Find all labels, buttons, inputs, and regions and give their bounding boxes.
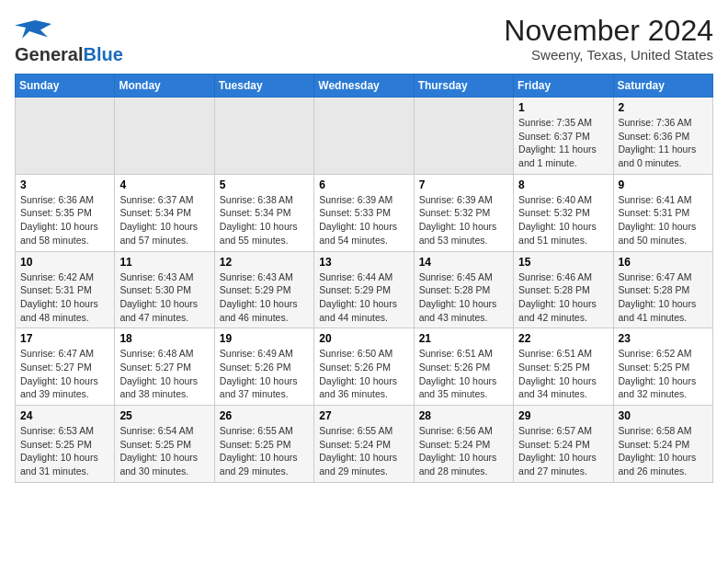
calendar-cell: 25Sunrise: 6:54 AM Sunset: 5:25 PM Dayli… [115,406,214,483]
day-number: 8 [518,178,608,191]
calendar-cell: 16Sunrise: 6:47 AM Sunset: 5:28 PM Dayli… [613,251,712,328]
calendar-cell: 26Sunrise: 6:55 AM Sunset: 5:25 PM Dayli… [214,406,313,483]
day-info: Sunrise: 6:55 AM Sunset: 5:24 PM Dayligh… [319,424,408,478]
day-info: Sunrise: 6:47 AM Sunset: 5:28 PM Dayligh… [619,270,708,325]
day-number: 21 [419,332,508,345]
calendar-cell: 30Sunrise: 6:58 AM Sunset: 5:24 PM Dayli… [613,406,712,483]
calendar-title-block: November 2024 Sweeny, Texas, United Stat… [504,15,713,63]
day-info: Sunrise: 6:40 AM Sunset: 5:32 PM Dayligh… [518,193,608,247]
calendar-week-3: 10Sunrise: 6:42 AM Sunset: 5:31 PM Dayli… [16,251,713,328]
day-info: Sunrise: 6:45 AM Sunset: 5:28 PM Dayligh… [419,270,508,325]
calendar-month-year: November 2024 [504,15,713,47]
calendar-cell: 7Sunrise: 6:39 AM Sunset: 5:32 PM Daylig… [414,174,513,251]
day-info: Sunrise: 6:37 AM Sunset: 5:34 PM Dayligh… [119,193,209,247]
calendar-cell: 27Sunrise: 6:55 AM Sunset: 5:24 PM Dayli… [314,406,414,483]
day-number: 14 [419,256,508,269]
calendar-cell: 19Sunrise: 6:49 AM Sunset: 5:26 PM Dayli… [214,328,313,406]
day-number: 11 [119,256,209,269]
day-info: Sunrise: 7:35 AM Sunset: 6:37 PM Dayligh… [518,116,608,170]
day-number: 27 [319,409,408,422]
day-info: Sunrise: 6:38 AM Sunset: 5:34 PM Dayligh… [220,193,309,247]
calendar-cell: 5Sunrise: 6:38 AM Sunset: 5:34 PM Daylig… [214,174,313,251]
day-info: Sunrise: 6:39 AM Sunset: 5:33 PM Dayligh… [319,193,408,247]
calendar-cell: 2Sunrise: 7:36 AM Sunset: 6:36 PM Daylig… [613,98,712,175]
calendar-cell: 9Sunrise: 6:41 AM Sunset: 5:31 PM Daylig… [613,174,712,251]
calendar-cell: 29Sunrise: 6:57 AM Sunset: 5:24 PM Dayli… [514,406,613,483]
day-number: 3 [20,178,109,191]
calendar-cell: 23Sunrise: 6:52 AM Sunset: 5:25 PM Dayli… [613,328,712,406]
day-info: Sunrise: 6:50 AM Sunset: 5:26 PM Dayligh… [319,347,408,401]
calendar-week-1: 1Sunrise: 7:35 AM Sunset: 6:37 PM Daylig… [16,98,713,175]
day-info: Sunrise: 6:51 AM Sunset: 5:25 PM Dayligh… [518,347,608,401]
day-info: Sunrise: 6:43 AM Sunset: 5:29 PM Dayligh… [220,270,309,325]
calendar-week-5: 24Sunrise: 6:53 AM Sunset: 5:25 PM Dayli… [16,406,713,483]
weekday-header-monday: Monday [115,75,214,98]
day-number: 23 [619,332,708,345]
day-info: Sunrise: 6:53 AM Sunset: 5:25 PM Dayligh… [20,424,109,478]
calendar-cell: 18Sunrise: 6:48 AM Sunset: 5:27 PM Dayli… [115,328,214,406]
day-number: 19 [220,332,309,345]
logo-blue: Blue [83,44,122,64]
day-number: 12 [220,256,309,269]
calendar-cell: 13Sunrise: 6:44 AM Sunset: 5:29 PM Dayli… [314,251,414,328]
day-number: 1 [518,101,608,114]
day-info: Sunrise: 6:51 AM Sunset: 5:26 PM Dayligh… [419,347,508,401]
calendar-cell [214,98,313,175]
day-number: 26 [220,409,309,422]
weekday-header-row: SundayMondayTuesdayWednesdayThursdayFrid… [16,75,713,98]
day-number: 10 [20,256,109,269]
day-number: 2 [619,101,708,114]
day-info: Sunrise: 6:36 AM Sunset: 5:35 PM Dayligh… [20,193,109,247]
day-number: 4 [119,178,209,191]
day-number: 7 [419,178,508,191]
day-info: Sunrise: 7:36 AM Sunset: 6:36 PM Dayligh… [619,116,708,170]
day-info: Sunrise: 6:54 AM Sunset: 5:25 PM Dayligh… [119,424,209,478]
day-info: Sunrise: 6:49 AM Sunset: 5:26 PM Dayligh… [220,347,309,401]
day-info: Sunrise: 6:52 AM Sunset: 5:25 PM Dayligh… [619,347,708,401]
day-number: 18 [119,332,209,345]
calendar-cell: 4Sunrise: 6:37 AM Sunset: 5:34 PM Daylig… [115,174,214,251]
day-info: Sunrise: 6:57 AM Sunset: 5:24 PM Dayligh… [518,424,608,478]
weekday-header-tuesday: Tuesday [214,75,313,98]
calendar-cell: 12Sunrise: 6:43 AM Sunset: 5:29 PM Dayli… [214,251,313,328]
weekday-header-sunday: Sunday [16,75,115,98]
day-number: 13 [319,256,408,269]
day-info: Sunrise: 6:42 AM Sunset: 5:31 PM Dayligh… [20,270,109,325]
day-number: 22 [518,332,608,345]
day-number: 20 [319,332,408,345]
day-number: 29 [518,409,608,422]
svg-marker-0 [15,20,51,39]
calendar-cell: 22Sunrise: 6:51 AM Sunset: 5:25 PM Dayli… [514,328,613,406]
weekday-header-saturday: Saturday [613,75,712,98]
day-info: Sunrise: 6:48 AM Sunset: 5:27 PM Dayligh… [119,347,209,401]
page-header: GeneralBlue November 2024 Sweeny, Texas,… [15,15,713,64]
calendar-week-2: 3Sunrise: 6:36 AM Sunset: 5:35 PM Daylig… [16,174,713,251]
calendar-cell: 17Sunrise: 6:47 AM Sunset: 5:27 PM Dayli… [16,328,115,406]
day-number: 25 [119,409,209,422]
day-info: Sunrise: 6:55 AM Sunset: 5:25 PM Dayligh… [220,424,309,478]
calendar-cell [16,98,115,175]
day-info: Sunrise: 6:39 AM Sunset: 5:32 PM Dayligh… [419,193,508,247]
calendar-cell: 28Sunrise: 6:56 AM Sunset: 5:24 PM Dayli… [414,406,513,483]
day-info: Sunrise: 6:44 AM Sunset: 5:29 PM Dayligh… [319,270,408,325]
day-number: 30 [619,409,708,422]
calendar-cell: 10Sunrise: 6:42 AM Sunset: 5:31 PM Dayli… [16,251,115,328]
day-number: 9 [619,178,708,191]
day-number: 6 [319,178,408,191]
calendar-cell [414,98,513,175]
calendar-table: SundayMondayTuesdayWednesdayThursdayFrid… [15,74,713,483]
calendar-cell: 15Sunrise: 6:46 AM Sunset: 5:28 PM Dayli… [514,251,613,328]
calendar-cell: 14Sunrise: 6:45 AM Sunset: 5:28 PM Dayli… [414,251,513,328]
day-info: Sunrise: 6:47 AM Sunset: 5:27 PM Dayligh… [20,347,109,401]
calendar-cell [115,98,214,175]
day-number: 24 [20,409,109,422]
calendar-header: SundayMondayTuesdayWednesdayThursdayFrid… [16,75,713,98]
day-info: Sunrise: 6:56 AM Sunset: 5:24 PM Dayligh… [419,424,508,478]
day-info: Sunrise: 6:58 AM Sunset: 5:24 PM Dayligh… [619,424,708,478]
calendar-week-4: 17Sunrise: 6:47 AM Sunset: 5:27 PM Dayli… [16,328,713,406]
calendar-location: Sweeny, Texas, United States [504,47,713,63]
calendar-body: 1Sunrise: 7:35 AM Sunset: 6:37 PM Daylig… [16,98,713,483]
calendar-cell: 1Sunrise: 7:35 AM Sunset: 6:37 PM Daylig… [514,98,613,175]
day-info: Sunrise: 6:46 AM Sunset: 5:28 PM Dayligh… [518,270,608,325]
day-number: 17 [20,332,109,345]
